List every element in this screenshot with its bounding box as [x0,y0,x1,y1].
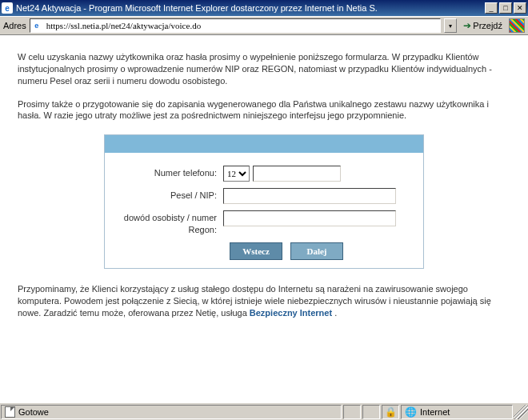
next-button[interactable]: Dalej [290,242,343,260]
status-slot-1 [343,405,361,419]
go-arrow-icon: ➔ [463,20,471,31]
phone-row: Numer telefonu: 12 [114,166,414,182]
zone-label: Internet [420,407,450,417]
lock-panel: 🔒 [382,405,399,419]
window-titlebar: e Net24 Aktywacja - Program Microsoft In… [0,0,528,16]
phone-prefix-select[interactable]: 12 [223,166,250,182]
intro-paragraph-2: Prosimy także o przygotowanie się do zap… [18,98,510,122]
go-button-label: Przejdź [473,21,502,30]
intro-paragraph-1: W celu uzyskania nazwy użytkownika oraz … [18,51,510,87]
phone-fields: 12 [223,166,414,182]
regon-input[interactable] [223,210,396,226]
document-icon [5,406,15,418]
form-buttons: Wstecz Dalej [114,242,414,260]
phone-label: Numer telefonu: [114,166,223,179]
minimize-button[interactable]: _ [485,2,498,14]
regon-field [223,210,414,226]
address-bar: Adres e ▾ ➔ Przejdź [0,16,528,35]
resize-grip[interactable] [514,405,528,419]
ie-icon: e [2,2,13,14]
globe-icon: 🌐 [405,406,417,418]
regon-row: dowód osobisty / numer Regon: [114,210,414,236]
form-body: Numer telefonu: 12 Pesel / NIP: dowód os… [105,153,423,268]
close-button[interactable]: ✕ [514,2,526,14]
phone-number-input[interactable] [253,166,341,182]
status-bar: Gotowe 🔒 🌐 Internet [0,402,528,420]
page-icon: e [31,20,42,31]
maximize-button[interactable]: □ [499,2,512,14]
window-title: Net24 Aktywacja - Program Microsoft Inte… [16,3,483,13]
reminder-text-post: . [334,308,337,318]
reminder-paragraph: Przypominamy, że Klienci korzystający z … [18,283,510,319]
zone-panel: 🌐 Internet [401,405,513,419]
pesel-field [223,188,414,204]
address-input[interactable] [30,18,442,33]
status-text: Gotowe [18,407,49,417]
pesel-row: Pesel / NIP: [114,188,414,204]
regon-label: dowód osobisty / numer Regon: [114,210,223,236]
address-label: Adres [3,21,26,30]
page-content: W celu uzyskania nazwy użytkownika oraz … [0,35,528,402]
links-icon[interactable] [509,18,525,33]
address-input-wrap: e [30,18,442,33]
go-button[interactable]: ➔ Przejdź [460,18,506,33]
status-slot-2 [362,405,380,419]
address-dropdown[interactable]: ▾ [444,18,457,33]
form-header [105,135,423,153]
activation-form: Numer telefonu: 12 Pesel / NIP: dowód os… [104,134,424,269]
pesel-input[interactable] [223,188,396,204]
lock-icon: 🔒 [385,406,397,418]
window-controls: _ □ ✕ [483,2,526,14]
pesel-label: Pesel / NIP: [114,188,223,202]
safe-internet-link[interactable]: Bezpieczny Internet [250,308,332,318]
back-button[interactable]: Wstecz [230,242,282,260]
status-text-panel: Gotowe [1,405,342,419]
